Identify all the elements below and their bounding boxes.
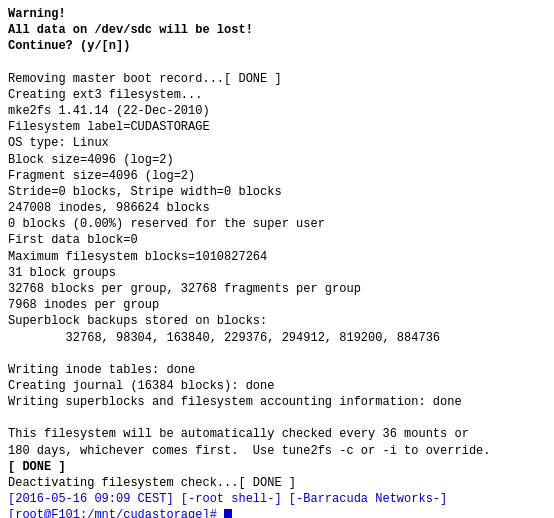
terminal-line: Writing superblocks and filesystem accou… (8, 394, 546, 410)
terminal-line: Continue? (y/[n]) (8, 38, 546, 54)
terminal-line: [2016-05-16 09:09 CEST] [-root shell-] [… (8, 491, 546, 507)
terminal-line: Stride=0 blocks, Stripe width=0 blocks (8, 184, 546, 200)
terminal-line: Creating journal (16384 blocks): done (8, 378, 546, 394)
terminal-line: Superblock backups stored on blocks: (8, 313, 546, 329)
terminal-line: 31 block groups (8, 265, 546, 281)
terminal-line: Deactivating filesystem check...[ DONE ] (8, 475, 546, 491)
terminal-line: OS type: Linux (8, 135, 546, 151)
terminal-line: Warning! (8, 6, 546, 22)
terminal-line: mke2fs 1.41.14 (22-Dec-2010) (8, 103, 546, 119)
terminal-line: Block size=4096 (log=2) (8, 152, 546, 168)
terminal-line: Removing master boot record...[ DONE ] (8, 71, 546, 87)
terminal-cursor (224, 509, 232, 518)
terminal-line: 7968 inodes per group (8, 297, 546, 313)
terminal-line: [root@F101:/mnt/cudastorage]# (8, 507, 546, 518)
terminal-line: All data on /dev/sdc will be lost! (8, 22, 546, 38)
terminal-line: 0 blocks (0.00%) reserved for the super … (8, 216, 546, 232)
terminal-line: Writing inode tables: done (8, 362, 546, 378)
terminal-line: Filesystem label=CUDASTORAGE (8, 119, 546, 135)
terminal-line: 32768 blocks per group, 32768 fragments … (8, 281, 546, 297)
terminal-line: [ DONE ] (8, 459, 546, 475)
terminal-line: First data block=0 (8, 232, 546, 248)
terminal-output: Warning!All data on /dev/sdc will be los… (0, 0, 554, 518)
empty-line (8, 346, 546, 362)
terminal-line: 32768, 98304, 163840, 229376, 294912, 81… (8, 330, 546, 346)
terminal-line: Maximum filesystem blocks=1010827264 (8, 249, 546, 265)
terminal-line: 247008 inodes, 986624 blocks (8, 200, 546, 216)
terminal-line: Creating ext3 filesystem... (8, 87, 546, 103)
terminal-line: 180 days, whichever comes first. Use tun… (8, 443, 546, 459)
empty-line (8, 410, 546, 426)
terminal-line: This filesystem will be automatically ch… (8, 426, 546, 442)
empty-line (8, 55, 546, 71)
terminal-line: Fragment size=4096 (log=2) (8, 168, 546, 184)
